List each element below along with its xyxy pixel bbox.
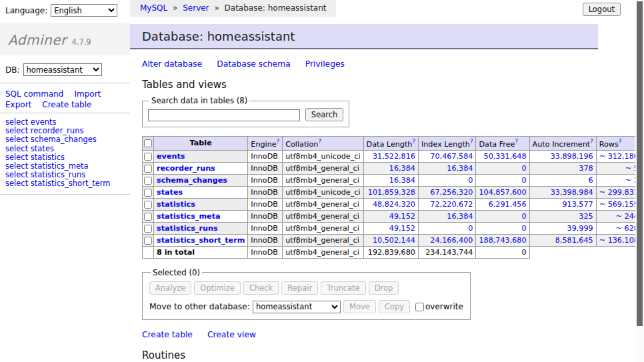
collation-cell: utf8mb4_unicode_ci — [283, 150, 363, 162]
auto-increment-link[interactable]: 33,898,196 — [551, 152, 593, 161]
create-link[interactable]: Create view — [207, 330, 256, 339]
auto-increment-link[interactable]: 325 — [579, 212, 593, 221]
sidebar-select-table-link[interactable]: select schema_changes — [5, 135, 125, 144]
selected-action-button[interactable]: Truncate — [321, 281, 366, 295]
sidebar-select-table-link[interactable]: select states — [5, 145, 125, 153]
data-free-link[interactable]: 6,291,456 — [489, 200, 527, 209]
data-length-cell: 16,384 — [363, 162, 418, 174]
selected-action-button[interactable]: Analyze — [149, 281, 191, 295]
language-select[interactable]: English — [51, 4, 117, 17]
data-length-link[interactable]: 16,384 — [389, 176, 415, 185]
table-row: statistics InnoDB utf8mb4_general_ci 48,… — [143, 198, 644, 210]
data-free-link[interactable]: 0 — [521, 164, 526, 173]
help-icon[interactable]: ? — [590, 138, 593, 145]
table-name-link[interactable]: events — [157, 152, 185, 161]
database-action-link[interactable]: Alter database — [142, 59, 202, 69]
auto-increment-link[interactable]: 6 — [589, 176, 593, 185]
data-length-link[interactable]: 16,384 — [389, 164, 415, 173]
move-database-select[interactable]: homeassistant — [253, 301, 341, 313]
copy-button[interactable]: Copy — [379, 300, 410, 313]
data-free-link[interactable]: 188,743,680 — [479, 236, 526, 245]
help-icon[interactable]: ? — [470, 138, 473, 145]
table-name-link[interactable]: statistics_runs — [157, 224, 218, 233]
db-select[interactable]: homeassistant — [23, 63, 102, 76]
rows-count-link[interactable]: ~ 299,833 — [599, 188, 639, 197]
help-icon[interactable]: ? — [277, 138, 280, 145]
index-length-cell: 70,467,584 — [418, 150, 475, 162]
table-name-link[interactable]: schema_changes — [157, 176, 227, 185]
index-length-link[interactable]: 16,384 — [447, 164, 473, 173]
sidebar-divider — [0, 113, 130, 113]
sidebar-select-table-link[interactable]: select statistics_short_term — [5, 179, 125, 188]
auto-increment-link[interactable]: 8,581,645 — [555, 236, 593, 245]
selected-action-button[interactable]: Optimize — [194, 281, 241, 295]
help-icon[interactable]: ? — [318, 138, 321, 145]
index-length-link[interactable]: 70,467,584 — [430, 152, 473, 161]
rows-count-link[interactable]: ~ 312,180 — [599, 152, 639, 161]
sidebar-action-link[interactable]: Import — [74, 89, 101, 99]
database-action-link[interactable]: Privileges — [305, 59, 345, 69]
search-input[interactable] — [148, 109, 300, 121]
overwrite-checkbox[interactable] — [415, 303, 424, 311]
scrollbar-thumb[interactable] — [637, 1, 643, 326]
table-name-link[interactable]: statistics_meta — [157, 212, 221, 221]
index-length-link[interactable]: 16,384 — [447, 212, 473, 221]
data-length-link[interactable]: 10,502,144 — [373, 236, 415, 245]
row-checkbox[interactable] — [144, 189, 152, 197]
index-length-link[interactable]: 72,220,672 — [430, 200, 473, 209]
help-icon[interactable]: ? — [619, 138, 622, 145]
sidebar-action-link[interactable]: Create table — [42, 100, 91, 109]
vertical-scrollbar — [635, 0, 644, 362]
index-length-link[interactable]: 67,256,320 — [430, 188, 473, 197]
index-length-link[interactable]: 0 — [468, 224, 473, 233]
row-checkbox[interactable] — [144, 165, 152, 173]
breadcrumb-mysql-link[interactable]: MySQL — [140, 3, 167, 13]
data-free-link[interactable]: 50,331,648 — [484, 152, 527, 161]
move-button[interactable]: Move — [343, 300, 376, 313]
create-link[interactable]: Create table — [142, 330, 193, 339]
data-free-link[interactable]: 0 — [521, 224, 526, 233]
data-length-link[interactable]: 31,522,816 — [373, 152, 415, 161]
selected-action-button[interactable]: Check — [243, 281, 279, 295]
sidebar-action-link[interactable]: SQL command — [5, 89, 63, 99]
row-checkbox[interactable] — [144, 177, 152, 185]
row-checkbox[interactable] — [144, 201, 152, 209]
auto-increment-link[interactable]: 913,577 — [562, 200, 593, 209]
row-checkbox[interactable] — [144, 225, 152, 233]
index-length-cell: 16,384 — [418, 162, 475, 174]
selected-action-button[interactable]: Drop — [369, 281, 399, 295]
auto-increment-cell: 913,577 — [529, 198, 596, 210]
auto-increment-link[interactable]: 378 — [579, 164, 593, 173]
index-length-link[interactable]: 0 — [468, 176, 473, 185]
search-button[interactable]: Search — [305, 108, 344, 121]
column-header-data-length: Data Length? — [363, 137, 418, 151]
help-icon[interactable]: ? — [515, 138, 518, 145]
auto-increment-link[interactable]: 33,398,984 — [551, 188, 593, 197]
rows-count-link[interactable]: ~ 136,108 — [599, 236, 639, 245]
row-checkbox[interactable] — [144, 153, 152, 161]
table-name-link[interactable]: recorder_runs — [157, 164, 215, 173]
logout-button[interactable]: Logout — [583, 3, 621, 16]
row-checkbox[interactable] — [144, 213, 152, 221]
data-length-link[interactable]: 48,824,320 — [373, 200, 415, 209]
select-all-checkbox[interactable] — [144, 139, 152, 147]
selected-action-button[interactable]: Repair — [281, 281, 318, 295]
data-free-link[interactable]: 0 — [521, 176, 526, 185]
table-name-link[interactable]: statistics — [157, 200, 195, 209]
data-free-link[interactable]: 104,857,600 — [479, 188, 526, 197]
breadcrumb-server-link[interactable]: Server — [183, 3, 209, 13]
data-length-link[interactable]: 49,152 — [389, 212, 415, 221]
data-free-link[interactable]: 0 — [521, 212, 526, 221]
data-length-link[interactable]: 49,152 — [389, 224, 415, 233]
rows-count-link[interactable]: ~ 569,159 — [599, 200, 639, 209]
database-action-link[interactable]: Database schema — [217, 59, 291, 69]
help-icon[interactable]: ? — [412, 138, 415, 145]
row-checkbox[interactable] — [144, 237, 152, 245]
table-name-link[interactable]: statistics_short_term — [157, 236, 245, 245]
data-length-link[interactable]: 101,859,328 — [368, 188, 415, 197]
index-length-link[interactable]: 24,166,400 — [430, 236, 473, 245]
sidebar-action-link[interactable]: Export — [5, 100, 31, 109]
table-name-link[interactable]: states — [157, 188, 183, 197]
auto-increment-link[interactable]: 39,999 — [567, 224, 593, 233]
total-collation: utf8mb4_general_ci — [283, 246, 363, 258]
